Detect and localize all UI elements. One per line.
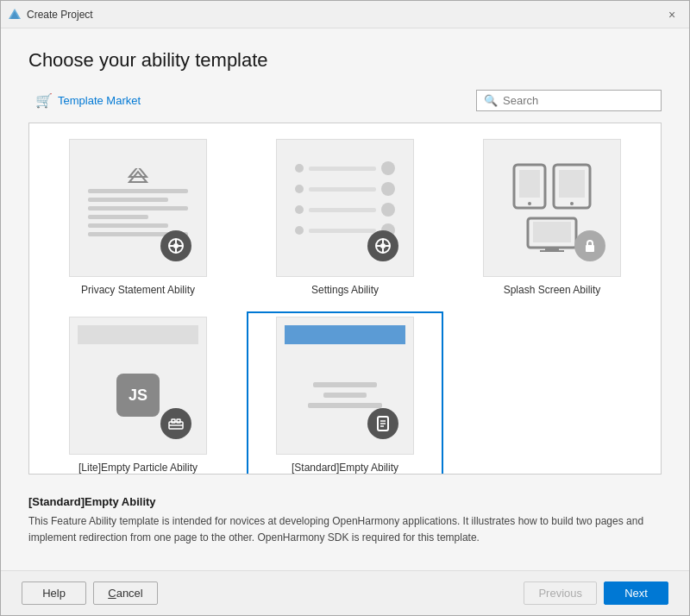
template-card-splash[interactable]: Splash Screen Ability: [454, 134, 650, 301]
s-circle: [381, 203, 395, 217]
app-icon: [8, 8, 22, 22]
page-title: Choose your ability template: [28, 49, 662, 72]
dot: [295, 164, 304, 173]
template-market-label: Template Market: [58, 94, 141, 107]
settings-rows: [295, 161, 395, 237]
template-label-splash: Splash Screen Ability: [504, 284, 601, 296]
svg-rect-17: [519, 170, 540, 198]
description-text: This Feature Ability template is intende…: [28, 513, 662, 546]
svg-point-21: [570, 202, 574, 205]
search-input[interactable]: [503, 94, 654, 107]
svg-rect-25: [540, 250, 564, 252]
svg-rect-23: [533, 222, 571, 242]
template-card-lite[interactable]: JS [Lite]Em: [40, 311, 236, 475]
title-bar: Create Project ×: [1, 1, 689, 28]
cancel-button[interactable]: Cancel: [93, 581, 158, 605]
std-line: [323, 393, 367, 398]
search-icon: 🔍: [484, 94, 498, 107]
next-button[interactable]: Next: [604, 581, 668, 605]
template-card-standard[interactable]: [Standard]Empty Ability: [247, 311, 443, 475]
std-badge-icon: [367, 408, 398, 439]
svg-point-18: [528, 202, 531, 205]
doc-line: [88, 206, 188, 211]
s-circle: [381, 161, 395, 175]
tablet-device-icon: [552, 163, 592, 210]
settings-row: [295, 203, 395, 217]
lite-header-bar: [78, 325, 198, 344]
doc-line: [88, 189, 188, 193]
card-image-splash: [483, 139, 621, 277]
search-box: 🔍: [476, 90, 662, 111]
js-icon: JS: [116, 374, 160, 417]
close-button[interactable]: ×: [662, 4, 682, 25]
doc-line: [88, 215, 148, 219]
svg-point-5: [173, 243, 179, 248]
window-title: Create Project: [27, 9, 93, 21]
create-project-dialog: Create Project × Choose your ability tem…: [0, 0, 690, 616]
content-area: Choose your ability template 🛒 Template …: [1, 28, 689, 570]
lock-badge-icon: [574, 230, 605, 261]
description-area: [Standard]Empty Ability This Feature Abi…: [28, 485, 662, 556]
standard-illustration: [285, 325, 405, 446]
doc-line: [88, 198, 168, 202]
template-label-privacy: Privacy Statement Ability: [81, 284, 195, 296]
s-circle: [381, 182, 395, 196]
privacy-badge-icon: [160, 230, 191, 261]
template-market-icon: 🛒: [35, 92, 53, 109]
s-line: [309, 167, 376, 171]
template-grid-container: Privacy Statement Ability: [28, 123, 662, 475]
lite-badge-icon: [160, 408, 191, 439]
template-card-settings[interactable]: Settings Ability: [247, 134, 443, 301]
s-line: [309, 229, 376, 233]
template-label-standard: [Standard]Empty Ability: [292, 462, 398, 474]
template-card-privacy[interactable]: Privacy Statement Ability: [40, 134, 236, 301]
card-image-privacy: [69, 139, 207, 277]
svg-point-11: [380, 243, 386, 248]
dot: [295, 226, 304, 235]
arrow-top: [88, 168, 188, 185]
card-image-lite: JS: [69, 317, 207, 455]
footer-left-buttons: Help Cancel: [22, 581, 158, 605]
toolbar: 🛒 Template Market 🔍: [28, 89, 662, 112]
description-title: [Standard]Empty Ability: [28, 495, 662, 508]
footer: Help Cancel Previous Next: [1, 570, 689, 615]
settings-badge-icon: [367, 230, 398, 261]
std-header-bar: [285, 325, 405, 344]
card-image-standard: [276, 317, 414, 455]
help-button[interactable]: Help: [22, 581, 86, 605]
privacy-illustration: [78, 148, 198, 268]
template-grid: Privacy Statement Ability: [40, 134, 650, 475]
settings-illustration: [285, 148, 405, 268]
template-label-settings: Settings Ability: [311, 284, 379, 296]
splash-illustration: [492, 148, 612, 268]
cancel-underline-char: Cancel: [108, 587, 142, 600]
s-line: [309, 208, 376, 212]
card-image-settings: [276, 139, 414, 277]
svg-rect-29: [177, 419, 180, 423]
splash-devices-row: [512, 163, 592, 210]
cancel-text-rest: ancel: [116, 587, 143, 600]
doc-line: [88, 223, 168, 228]
settings-row: [295, 161, 395, 175]
footer-right-buttons: Previous Next: [524, 581, 668, 605]
title-bar-left: Create Project: [8, 8, 93, 22]
template-label-lite: [Lite]Empty Particle Ability: [78, 462, 198, 474]
previous-button: Previous: [524, 581, 597, 605]
lite-illustration: JS: [78, 325, 198, 446]
s-line: [309, 187, 376, 192]
template-market-button[interactable]: 🛒 Template Market: [28, 89, 147, 112]
monitor-device-icon: [526, 217, 578, 253]
dot: [295, 185, 304, 193]
svg-rect-26: [586, 245, 594, 252]
dot: [295, 205, 304, 214]
std-line: [308, 403, 383, 408]
svg-rect-28: [172, 419, 175, 423]
settings-row: [295, 182, 395, 196]
phone-device-icon: [512, 163, 547, 210]
svg-rect-20: [559, 170, 585, 198]
std-line: [313, 382, 377, 387]
